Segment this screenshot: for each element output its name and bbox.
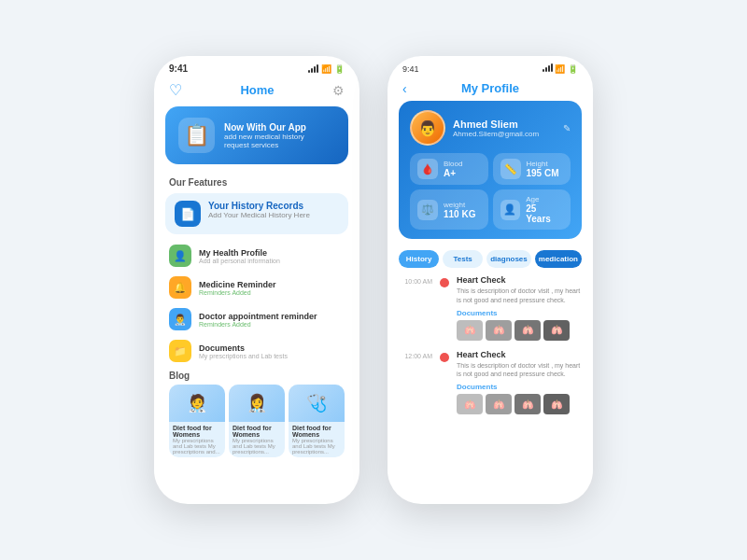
stat-weight: ⚖️ weight 110 KG xyxy=(410,189,488,230)
timeline-desc-1: This is description of doctor visit , my… xyxy=(457,287,582,305)
avatar: 👨 xyxy=(410,110,445,146)
blog-card-2-body: Diet food for Womens My prescriptions an… xyxy=(229,422,285,457)
weight-label: weight xyxy=(444,201,475,209)
medicine-icon: 🔔 xyxy=(169,276,191,299)
blog-card-1-body: Diet food for Womens My prescriptions an… xyxy=(169,422,225,457)
timeline-dot-2 xyxy=(440,353,449,362)
features-section-title: Our Features xyxy=(154,174,359,191)
weight-info: weight 110 KG xyxy=(444,201,475,219)
menu-item-doctor-text: Doctor appointment reminder Reminders Ad… xyxy=(199,312,317,328)
time-left: 9:41 xyxy=(169,63,188,74)
height-value: 195 CM xyxy=(527,168,559,178)
documents-icon: 📁 xyxy=(169,340,191,362)
settings-icon[interactable]: ⚙ xyxy=(332,83,345,98)
home-title: Home xyxy=(240,83,274,97)
tab-medication[interactable]: medication xyxy=(535,250,582,268)
menu-item-medicine-sub: Reminders Added xyxy=(199,289,276,296)
blog-cards-container: 🧑‍⚕️ Diet food for Womens My prescriptio… xyxy=(169,385,345,457)
tab-history[interactable]: History xyxy=(399,250,439,268)
signal-icon-right xyxy=(543,63,553,72)
profile-email: Ahmed.Sliem@gmail.com xyxy=(453,130,539,138)
menu-item-documents[interactable]: 📁 Documents My prescriptions and Lab tes… xyxy=(154,335,359,367)
blog-section: Blog 🧑‍⚕️ Diet food for Womens My prescr… xyxy=(154,367,359,459)
xray-img-7[interactable]: 🫁 xyxy=(514,394,541,414)
age-label: Age xyxy=(526,195,563,203)
feature-text: Your History Records Add Your Medical Hi… xyxy=(208,201,310,219)
battery-icon-right: 🔋 xyxy=(568,64,578,74)
weight-value: 110 KG xyxy=(444,209,475,219)
menu-item-medicine-label: Medicine Reminder xyxy=(199,280,276,289)
stat-height: 📏 Height 195 CM xyxy=(493,153,571,185)
app-header-left: ♡ Home ⚙ xyxy=(154,77,359,106)
menu-item-health[interactable]: 👤 My Health Profile Add all personal inf… xyxy=(154,240,359,272)
timeline-images-2: 🫁 🫁 🫁 🫁 xyxy=(457,394,582,414)
banner-title: Now With Our App xyxy=(224,122,306,133)
timeline-time-2: 12:00 AM xyxy=(399,350,432,415)
feature-icon: 📄 xyxy=(175,201,201,227)
feature-box[interactable]: 📄 Your History Records Add Your Medical … xyxy=(165,193,348,234)
blog-section-title: Blog xyxy=(169,371,345,381)
promo-banner[interactable]: 📋 Now With Our App add new medical histo… xyxy=(165,106,348,164)
tab-tests[interactable]: Tests xyxy=(443,250,483,268)
timeline-title-2: Heart Check xyxy=(457,350,582,359)
heart-icon: ♡ xyxy=(169,81,182,99)
xray-img-2[interactable]: 🫁 xyxy=(486,320,512,341)
left-phone: 9:41 📶 🔋 ♡ Home ⚙ 📋 Now With Our App xyxy=(154,56,359,504)
xray-img-3[interactable]: 🫁 xyxy=(514,320,541,341)
timeline-desc-2: This is description of doctor visit , my… xyxy=(457,361,582,380)
banner-text: Now With Our App add new medical history… xyxy=(224,122,306,149)
blog-card-1[interactable]: 🧑‍⚕️ Diet food for Womens My prescriptio… xyxy=(169,385,225,457)
timeline-entry-1: 10:00 AM Heart Check This is description… xyxy=(399,275,582,341)
age-icon: 👤 xyxy=(500,200,521,220)
timeline-title-1: Heart Check xyxy=(457,275,582,285)
back-button[interactable]: ‹ xyxy=(402,81,407,96)
menu-item-health-sub: Add all personal information xyxy=(199,258,280,264)
timeline-entry-2: 12:00 AM Heart Check This is description… xyxy=(399,350,582,415)
time-right: 9:41 xyxy=(402,64,419,74)
xray-img-8[interactable]: 🫁 xyxy=(543,394,570,414)
xray-img-4[interactable]: 🫁 xyxy=(543,320,570,341)
wifi-icon-right: 📶 xyxy=(555,64,565,74)
stats-grid: 🩸 Blood A+ 📏 Height 195 CM ⚖️ xyxy=(410,153,571,230)
profile-page-title: My Profile xyxy=(461,81,519,95)
xray-img-5[interactable]: 🫁 xyxy=(457,394,483,414)
blood-info: Blood A+ xyxy=(444,160,462,178)
timeline-dot-1 xyxy=(440,278,449,287)
blood-label: Blood xyxy=(444,160,462,168)
blog-card-2-sub: My prescriptions and Lab tests My prescr… xyxy=(233,438,281,455)
feature-subtitle: Add Your Medical History Here xyxy=(208,211,310,219)
stat-age: 👤 Age 25 Years xyxy=(493,189,571,230)
timeline-images-1: 🫁 🫁 🫁 🫁 xyxy=(457,320,582,341)
height-info: Height 195 CM xyxy=(527,160,559,178)
blood-icon: 🩸 xyxy=(417,159,438,179)
height-icon: 📏 xyxy=(500,159,521,179)
xray-img-6[interactable]: 🫁 xyxy=(486,394,512,414)
menu-item-doctor[interactable]: 👨‍⚕️ Doctor appointment reminder Reminde… xyxy=(154,303,359,335)
battery-icon: 🔋 xyxy=(334,64,345,74)
xray-img-1[interactable]: 🫁 xyxy=(457,320,483,341)
blog-card-1-title: Diet food for Womens xyxy=(173,425,221,438)
tab-diagnoses[interactable]: diagnoses xyxy=(486,250,531,268)
timeline-docs-label-2[interactable]: Documents xyxy=(457,383,582,391)
wifi-icon: 📶 xyxy=(321,64,331,74)
edit-profile-button[interactable]: ✎ xyxy=(563,123,571,133)
profile-name: Ahmed Sliem xyxy=(453,119,539,130)
app-header-right: ‹ My Profile xyxy=(388,77,593,101)
blog-card-2[interactable]: 👩‍⚕️ Diet food for Womens My prescriptio… xyxy=(229,385,285,457)
right-phone: 9:41 📶 🔋 ‹ My Profile 👨 Ahmed Sliem xyxy=(388,56,593,504)
status-bar-right: 9:41 📶 🔋 xyxy=(388,56,593,77)
age-info: Age 25 Years xyxy=(526,195,563,224)
age-value: 25 Years xyxy=(526,203,563,224)
timeline-time-1: 10:00 AM xyxy=(399,275,432,341)
status-icons-right: 📶 🔋 xyxy=(543,63,578,74)
blog-card-3-image: 🩺 xyxy=(289,385,345,422)
blog-card-3-title: Diet food for Womens xyxy=(292,425,341,438)
banner-subtitle: add new medical historyrequest services xyxy=(224,133,306,149)
menu-item-doctor-sub: Reminders Added xyxy=(199,321,317,328)
menu-item-medicine[interactable]: 🔔 Medicine Reminder Reminders Added xyxy=(154,272,359,303)
blog-card-3[interactable]: 🩺 Diet food for Womens My prescriptions … xyxy=(289,385,345,457)
blog-card-1-image: 🧑‍⚕️ xyxy=(169,385,225,422)
profile-top: 👨 Ahmed Sliem Ahmed.Sliem@gmail.com ✎ xyxy=(410,110,571,146)
menu-item-documents-label: Documents xyxy=(199,343,288,353)
timeline-docs-label-1[interactable]: Documents xyxy=(457,309,582,317)
